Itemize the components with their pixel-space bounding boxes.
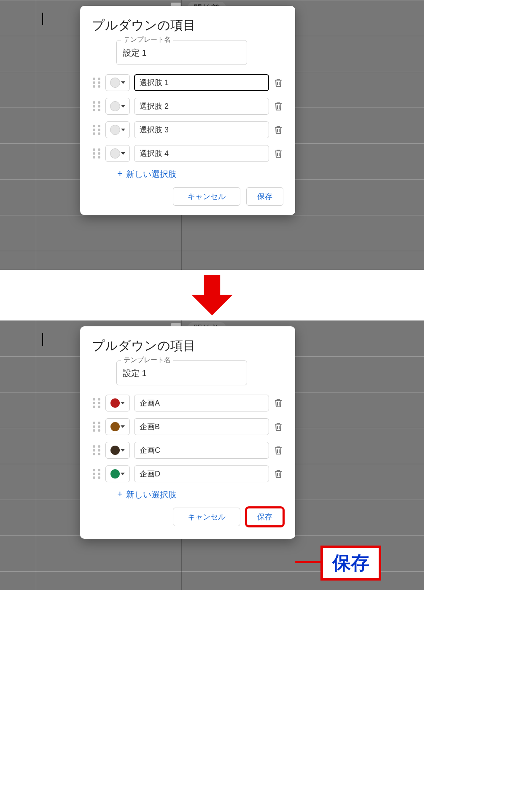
- add-option-label: 新しい選択肢: [126, 489, 177, 500]
- option-row: 選択肢 4: [92, 145, 283, 162]
- add-option-label: 新しい選択肢: [126, 169, 177, 180]
- color-swatch: [110, 422, 120, 431]
- option-row: 企画C: [92, 442, 283, 459]
- option-label: 選択肢 4: [140, 148, 169, 159]
- save-callout: 保存: [320, 546, 381, 581]
- trash-icon: [273, 77, 283, 88]
- option-row: 企画D: [92, 465, 283, 482]
- delete-option-button[interactable]: [273, 421, 283, 432]
- save-button[interactable]: 保存: [246, 508, 283, 526]
- option-label: 企画A: [140, 398, 160, 408]
- option-input[interactable]: 選択肢 3: [134, 121, 269, 138]
- trash-icon: [273, 421, 283, 432]
- trash-icon: [273, 468, 283, 479]
- drag-handle-icon[interactable]: [92, 445, 101, 455]
- color-picker[interactable]: [105, 465, 130, 482]
- background-spreadsheet: 開始前 プルダウンの項目 テンプレート名 設定 1 選択肢 1: [0, 0, 424, 270]
- drag-handle-icon[interactable]: [92, 469, 101, 479]
- delete-option-button[interactable]: [273, 77, 283, 88]
- background-spreadsheet-after: 開始前 プルダウンの項目 テンプレート名 設定 1 企画A: [0, 320, 424, 590]
- option-input[interactable]: 企画B: [134, 418, 269, 435]
- option-input[interactable]: 企画A: [134, 395, 269, 411]
- caret-down-icon: [121, 105, 125, 108]
- cancel-button[interactable]: キャンセル: [173, 508, 240, 526]
- color-swatch: [110, 78, 120, 88]
- template-name-field[interactable]: テンプレート名 設定 1: [116, 360, 247, 385]
- trash-icon: [273, 148, 283, 159]
- option-input[interactable]: 選択肢 1: [134, 74, 269, 91]
- option-row: 企画B: [92, 418, 283, 435]
- option-input[interactable]: 選択肢 2: [134, 98, 269, 115]
- template-name-value: 設定 1: [123, 47, 241, 59]
- option-label: 企画D: [140, 469, 160, 479]
- cancel-button[interactable]: キャンセル: [173, 187, 240, 206]
- trash-icon: [273, 101, 283, 112]
- cell-cursor: [42, 333, 43, 346]
- option-label: 選択肢 2: [140, 101, 169, 111]
- trash-icon: [273, 398, 283, 409]
- option-row: 選択肢 1: [92, 74, 283, 91]
- option-row: 選択肢 2: [92, 98, 283, 115]
- dialog-title: プルダウンの項目: [92, 17, 283, 34]
- plus-icon: +: [117, 169, 123, 179]
- color-swatch: [110, 125, 120, 135]
- delete-option-button[interactable]: [273, 398, 283, 409]
- option-row: 企画A: [92, 395, 283, 411]
- caret-down-icon: [121, 152, 125, 155]
- callout-connector: [295, 561, 320, 563]
- arrow-down-icon: [189, 275, 235, 315]
- drag-handle-icon[interactable]: [92, 101, 101, 111]
- color-picker[interactable]: [105, 395, 130, 411]
- option-label: 選択肢 1: [140, 78, 169, 88]
- caret-down-icon: [121, 449, 125, 452]
- transition-arrow-row: [0, 270, 424, 320]
- delete-option-button[interactable]: [273, 445, 283, 456]
- template-name-label: テンプレート名: [121, 35, 173, 44]
- add-option-button[interactable]: + 新しい選択肢: [117, 169, 180, 180]
- option-row: 選択肢 3: [92, 121, 283, 138]
- option-label: 企画C: [140, 445, 160, 455]
- caret-down-icon: [121, 129, 125, 131]
- template-name-field[interactable]: テンプレート名 設定 1: [116, 40, 247, 65]
- add-option-button[interactable]: + 新しい選択肢: [117, 489, 180, 500]
- drag-handle-icon[interactable]: [92, 125, 101, 135]
- color-picker[interactable]: [105, 418, 130, 435]
- drag-handle-icon[interactable]: [92, 422, 101, 432]
- plus-icon: +: [117, 489, 123, 499]
- caret-down-icon: [121, 81, 125, 84]
- template-name-label: テンプレート名: [121, 356, 173, 365]
- color-swatch: [110, 446, 120, 455]
- svg-marker-0: [191, 275, 233, 315]
- color-swatch: [110, 148, 120, 159]
- drag-handle-icon[interactable]: [92, 398, 101, 408]
- drag-handle-icon[interactable]: [92, 78, 101, 88]
- color-picker[interactable]: [105, 442, 130, 459]
- delete-option-button[interactable]: [273, 148, 283, 159]
- option-input[interactable]: 企画D: [134, 465, 269, 482]
- pulldown-items-dialog: プルダウンの項目 テンプレート名 設定 1 選択肢 1: [80, 6, 295, 215]
- option-label: 選択肢 3: [140, 125, 169, 135]
- save-button[interactable]: 保存: [246, 187, 283, 206]
- color-swatch: [110, 101, 120, 111]
- option-input[interactable]: 企画C: [134, 442, 269, 459]
- delete-option-button[interactable]: [273, 468, 283, 479]
- color-swatch: [110, 398, 120, 408]
- template-name-value: 設定 1: [123, 368, 241, 379]
- caret-down-icon: [121, 425, 125, 428]
- color-picker[interactable]: [105, 145, 130, 162]
- color-swatch: [110, 469, 120, 479]
- pulldown-items-dialog: プルダウンの項目 テンプレート名 設定 1 企画A: [80, 326, 295, 539]
- caret-down-icon: [121, 402, 125, 404]
- color-picker[interactable]: [105, 74, 130, 91]
- color-picker[interactable]: [105, 121, 130, 138]
- color-picker[interactable]: [105, 98, 130, 115]
- option-input[interactable]: 選択肢 4: [134, 145, 269, 162]
- dialog-title: プルダウンの項目: [92, 337, 283, 355]
- cell-cursor: [42, 13, 43, 25]
- drag-handle-icon[interactable]: [92, 148, 101, 159]
- trash-icon: [273, 445, 283, 456]
- trash-icon: [273, 124, 283, 135]
- delete-option-button[interactable]: [273, 124, 283, 135]
- caret-down-icon: [121, 473, 125, 475]
- delete-option-button[interactable]: [273, 101, 283, 112]
